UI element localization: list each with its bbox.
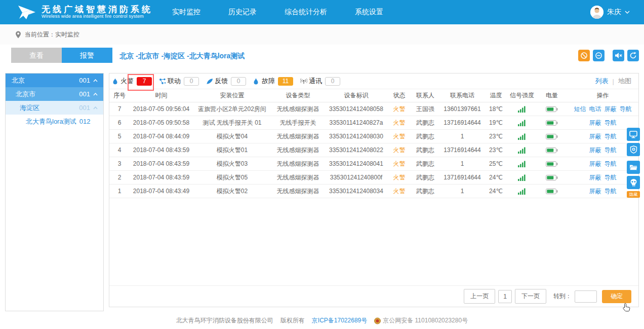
cell-device-id: 3353012412408034 bbox=[325, 185, 388, 198]
operation-link[interactable]: 导航 bbox=[605, 188, 617, 195]
cell-device-id: 3353012412408041 bbox=[325, 157, 388, 171]
view-map-link[interactable]: 地图 bbox=[618, 77, 631, 86]
tree-item-district[interactable]: 海淀区 001 bbox=[6, 101, 103, 115]
filter-comm[interactable]: 通讯 0 bbox=[300, 77, 340, 86]
cell-battery bbox=[537, 130, 567, 143]
goto-page-input[interactable] bbox=[575, 290, 597, 303]
linkage-icon bbox=[159, 78, 166, 85]
circle-minus-button[interactable] bbox=[593, 50, 605, 61]
operation-link[interactable]: 导航 bbox=[605, 160, 617, 167]
operation-link[interactable]: 屏蔽 bbox=[589, 188, 601, 195]
operation-link[interactable]: 屏蔽 bbox=[589, 147, 601, 154]
cell-no: 5 bbox=[109, 130, 130, 143]
table-row[interactable]: 2 2018-07-04 08:43:59 模拟火警05 无线感烟探测器 335… bbox=[109, 171, 638, 185]
signal-bars-icon bbox=[518, 188, 526, 195]
nav-item[interactable]: 历史记录 bbox=[228, 8, 257, 17]
cell-battery bbox=[537, 143, 567, 157]
cell-status: 火警 bbox=[388, 157, 411, 171]
user-menu[interactable]: 朱庆 bbox=[590, 6, 630, 19]
operation-link[interactable]: 屏蔽 bbox=[589, 133, 601, 140]
nav-item[interactable]: 系统设置 bbox=[355, 8, 383, 17]
tab-view[interactable]: 查看 bbox=[11, 48, 62, 63]
page-number[interactable]: 1 bbox=[498, 290, 512, 303]
cell-status: 火警 bbox=[388, 130, 411, 143]
shield-gear-icon bbox=[630, 145, 637, 154]
prev-page-button[interactable]: 上一页 bbox=[464, 289, 495, 304]
cell-device-type: 无线手报开关 bbox=[271, 116, 325, 130]
confirm-button[interactable]: 确定 bbox=[602, 290, 631, 303]
breadcrumb-text: 当前位置：实时监控 bbox=[25, 30, 79, 39]
tree-label: 北京 bbox=[12, 76, 25, 85]
tree-count: 001 bbox=[79, 104, 90, 112]
cell-location: 模拟火警03 bbox=[193, 157, 271, 171]
operation-link[interactable]: 电话 bbox=[589, 105, 601, 113]
tree-item-province[interactable]: 北京 001 bbox=[6, 74, 103, 87]
column-header: 状态 bbox=[388, 89, 411, 102]
cell-status: 火警 bbox=[388, 185, 411, 198]
operation-link[interactable]: 屏蔽 bbox=[589, 160, 601, 167]
hide-toolbar-button[interactable]: 隐藏 bbox=[627, 191, 640, 198]
column-header: 操作 bbox=[567, 89, 638, 102]
operation-link[interactable]: 短信 bbox=[574, 105, 586, 113]
cell-signal bbox=[507, 102, 537, 116]
cell-time: 2018-07-04 08:44:09 bbox=[130, 130, 193, 143]
cell-device-type: 无线感烟探测器 bbox=[271, 102, 325, 116]
cell-status: 火警 bbox=[388, 171, 411, 185]
operation-link[interactable]: 屏蔽 bbox=[589, 174, 601, 181]
region-path: 北京 -北京市 -海淀区 -北大青鸟lora测试 bbox=[119, 52, 245, 61]
icp-link[interactable]: 京ICP备17022689号 bbox=[312, 316, 367, 325]
content-area: 北京 001 北京市 001 海淀区 001 北大青鸟lora测试 012 bbox=[0, 73, 644, 311]
region-tree: 北京 001 北京市 001 海淀区 001 北大青鸟lora测试 012 bbox=[5, 73, 104, 311]
folder-button[interactable] bbox=[627, 161, 640, 174]
table-row[interactable]: 4 2018-07-04 08:43:59 模拟火警01 无线感烟探测器 335… bbox=[109, 143, 638, 157]
cell-battery bbox=[537, 102, 567, 116]
operation-link[interactable]: 导航 bbox=[605, 119, 617, 126]
cell-time: 2018-07-05 09:56:04 bbox=[130, 102, 193, 116]
cell-temp: 25℃ bbox=[485, 157, 507, 171]
next-page-button[interactable]: 下一页 bbox=[515, 289, 546, 304]
tree-count: 001 bbox=[79, 77, 90, 84]
table-row[interactable]: 5 2018-07-04 08:44:09 模拟火警04 无线感烟探测器 335… bbox=[109, 130, 638, 143]
filter-linkage[interactable]: 联动 0 bbox=[159, 77, 199, 86]
filter-fire[interactable]: 火警 7 bbox=[112, 77, 152, 86]
table-row[interactable]: 1 2018-07-04 08:43:49 模拟火警02 无线感烟探测器 335… bbox=[109, 185, 638, 198]
main-nav: 实时监控历史记录综合统计分析系统设置 bbox=[172, 8, 383, 17]
nav-item[interactable]: 实时监控 bbox=[172, 8, 200, 17]
tree-item-city[interactable]: 北京市 001 bbox=[6, 87, 103, 101]
operation-link[interactable]: 导航 bbox=[620, 105, 632, 113]
hazard-button[interactable] bbox=[627, 176, 640, 189]
view-list-link[interactable]: 列表 bbox=[595, 77, 609, 86]
operation-link[interactable]: 导航 bbox=[605, 174, 617, 181]
mute-button[interactable] bbox=[613, 50, 624, 61]
column-header: 温度 bbox=[485, 89, 507, 102]
block-button[interactable] bbox=[578, 50, 590, 61]
tree-item-site[interactable]: 北大青鸟lora测试 012 bbox=[6, 115, 103, 128]
cell-device-type: 无线感烟探测器 bbox=[271, 130, 325, 143]
nav-item[interactable]: 综合统计分析 bbox=[285, 8, 327, 17]
refresh-button[interactable] bbox=[627, 50, 639, 61]
column-header: 安装位置 bbox=[193, 89, 271, 102]
cell-operations: 短信电话屏蔽导航 bbox=[567, 102, 638, 116]
operation-link[interactable]: 导航 bbox=[605, 133, 617, 140]
shield-settings-button[interactable] bbox=[627, 143, 640, 156]
filter-fault[interactable]: 故障 11 bbox=[253, 77, 293, 86]
cell-device-id: 3353012412408022 bbox=[325, 143, 388, 157]
cell-no: 3 bbox=[109, 157, 130, 171]
table-header-row: 序号时间安装位置设备类型设备标识状态联系人联系电话温度信号强度电量操作 bbox=[109, 89, 638, 102]
monitor-button[interactable] bbox=[627, 128, 640, 141]
cell-temp: 24℃ bbox=[485, 171, 507, 185]
operation-link[interactable]: 导航 bbox=[605, 147, 617, 154]
table-row[interactable]: 7 2018-07-05 09:56:04 蓝旗营小区2单元202房间 无线感烟… bbox=[109, 102, 638, 116]
footer: 北大青鸟环宇消防设备股份有限公司 版权所有 京ICP备17022689号 京公网… bbox=[0, 316, 644, 325]
operation-link[interactable]: 屏蔽 bbox=[589, 119, 601, 126]
table-row[interactable]: 6 2018-07-05 09:50:58 测试 无线手报开关 01 无线手报开… bbox=[109, 116, 638, 130]
table-row[interactable]: 3 2018-07-04 08:43:59 模拟火警03 无线感烟探测器 335… bbox=[109, 157, 638, 171]
filter-feedback[interactable]: 反馈 0 bbox=[206, 77, 246, 86]
battery-icon bbox=[546, 161, 558, 167]
cell-contact: 武鹏志 bbox=[411, 185, 440, 198]
tab-alarm[interactable]: 报警 bbox=[62, 48, 112, 63]
cell-location: 模拟火警04 bbox=[193, 130, 271, 143]
cell-time: 2018-07-04 08:43:49 bbox=[130, 185, 193, 198]
block-icon bbox=[580, 52, 588, 59]
operation-link[interactable]: 屏蔽 bbox=[605, 105, 617, 113]
